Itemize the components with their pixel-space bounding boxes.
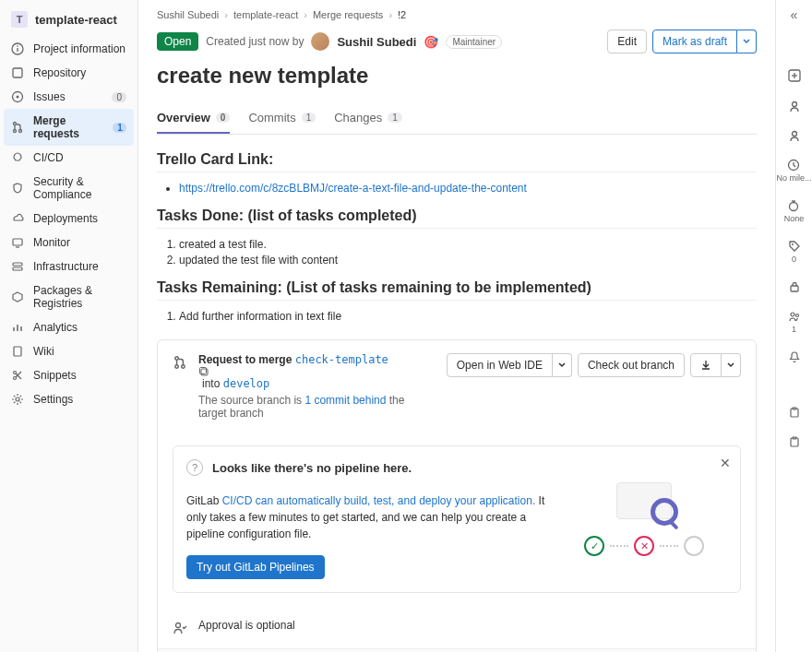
merge-icon	[11, 121, 24, 134]
rail-notifications[interactable]	[788, 350, 801, 363]
download-button[interactable]	[690, 353, 722, 377]
emoji-icon: 🎯	[424, 35, 438, 49]
svg-rect-3	[13, 68, 22, 77]
download-dropdown[interactable]	[722, 353, 741, 377]
mark-draft-button[interactable]: Mark as draft	[652, 30, 737, 53]
status-pending-icon	[684, 536, 704, 556]
checkout-branch-button[interactable]: Check out branch	[578, 353, 685, 377]
user-icon	[788, 129, 801, 142]
rail-reviewer[interactable]	[788, 129, 801, 142]
nav-label: Snippets	[33, 369, 77, 382]
nav-issues[interactable]: Issues 0	[0, 85, 137, 109]
rail-add[interactable]	[787, 68, 802, 83]
status-badge: Open	[157, 32, 198, 51]
source-branch[interactable]: check-template	[295, 353, 388, 366]
monitor-icon	[11, 236, 24, 249]
tab-label: Commits	[248, 111, 295, 124]
target-branch[interactable]: develop	[223, 377, 270, 390]
rail-participants[interactable]: 1	[788, 310, 801, 334]
svg-point-40	[795, 314, 798, 317]
list-item: created a test file.	[179, 238, 757, 251]
status-fail-icon: ✕	[634, 536, 654, 556]
chevron-down-icon	[727, 362, 734, 369]
info-icon	[11, 42, 24, 55]
clock-icon	[787, 159, 800, 172]
nav-packages[interactable]: Packages & Registries	[0, 279, 137, 315]
nav-wiki[interactable]: Wiki	[0, 339, 137, 363]
svg-point-37	[792, 243, 794, 245]
nav-label: Wiki	[33, 345, 54, 358]
open-web-ide-dropdown[interactable]	[553, 353, 572, 377]
nav-repository[interactable]: Repository	[0, 61, 137, 85]
try-pipelines-button[interactable]: Try out GitLab Pipelines	[186, 555, 325, 579]
breadcrumb-id: !2	[398, 9, 406, 20]
trello-link[interactable]: https://trello.com/c/8zcBLBMJ/create-a-t…	[179, 182, 527, 195]
tasks-remaining-list: Add further information in text file	[157, 310, 757, 323]
chevron-right-icon: ›	[304, 9, 307, 20]
copy-icon[interactable]	[198, 366, 436, 377]
collapse-sidebar[interactable]: «	[791, 7, 798, 22]
timer-icon	[787, 199, 800, 212]
request-merge-label: Request to merge	[198, 353, 292, 366]
svg-point-27	[176, 623, 181, 628]
chevron-down-icon	[743, 38, 750, 45]
pipeline-graphic: ✓ ✕	[561, 459, 727, 579]
nav-badge: 0	[112, 92, 126, 102]
breadcrumb-user[interactable]: Sushil Subedi	[157, 9, 219, 20]
close-icon[interactable]: ✕	[720, 456, 731, 470]
breadcrumb-project[interactable]: template-react	[233, 9, 298, 20]
rail-assignee[interactable]	[788, 100, 801, 113]
nav-security[interactable]: Security & Compliance	[0, 170, 137, 207]
tab-changes[interactable]: Changes 1	[334, 103, 402, 134]
nav-infrastructure[interactable]: Infrastructure	[0, 255, 137, 279]
nav-project-information[interactable]: Project information	[0, 37, 137, 61]
svg-rect-9	[13, 239, 22, 245]
rail-copy-2[interactable]	[788, 435, 801, 448]
nav-label: Monitor	[33, 236, 70, 249]
nav-deployments[interactable]: Deployments	[0, 207, 137, 231]
nav-badge: 1	[113, 123, 126, 133]
tasks-done-list: created a test file. updated the test fi…	[157, 238, 757, 267]
avatar[interactable]	[311, 32, 329, 51]
pipeline-cicd-link[interactable]: CI/CD can automatically build, test, and…	[222, 494, 536, 507]
list-item: updated the test file with content	[179, 254, 757, 267]
rail-label: No mile...	[776, 173, 811, 183]
rail-lock[interactable]	[788, 280, 801, 293]
nav-merge-requests[interactable]: Merge requests 1	[4, 109, 134, 146]
nav-snippets[interactable]: Snippets	[0, 363, 137, 387]
user-icon	[788, 100, 801, 113]
nav-analytics[interactable]: Analytics	[0, 315, 137, 339]
pipeline-description: GitLab CI/CD can automatically build, te…	[186, 492, 550, 542]
tab-label: Changes	[334, 111, 382, 124]
mark-draft-dropdown[interactable]	[737, 30, 757, 53]
rail-copy[interactable]	[788, 406, 801, 419]
rail-labels[interactable]: 0	[788, 240, 801, 264]
open-web-ide-button[interactable]: Open in Web IDE	[447, 353, 553, 377]
trello-list: https://trello.com/c/8zcBLBMJ/create-a-t…	[157, 182, 757, 195]
tab-label: Overview	[157, 111, 210, 124]
nav-settings[interactable]: Settings	[0, 387, 137, 411]
view-approvers-row[interactable]: › View eligible approvers	[158, 648, 756, 652]
nav-cicd[interactable]: CI/CD	[0, 146, 137, 170]
nav-label: Project information	[33, 42, 125, 55]
rail-milestone[interactable]: No mile...	[776, 159, 811, 183]
edit-button[interactable]: Edit	[607, 30, 647, 53]
nav-label: CI/CD	[33, 151, 64, 164]
sidebar: T template-react Project information Rep…	[0, 0, 138, 652]
commit-behind-link[interactable]: 1 commit behind	[304, 394, 386, 407]
tab-overview[interactable]: Overview 0	[157, 103, 230, 134]
scissors-icon	[11, 369, 24, 382]
approval-row: Approval is optional	[158, 606, 756, 648]
nav-monitor[interactable]: Monitor	[0, 231, 137, 255]
tab-commits[interactable]: Commits 1	[248, 103, 316, 134]
into-label: into	[202, 377, 220, 390]
project-name: template-react	[35, 13, 117, 27]
rail-time[interactable]: None	[784, 199, 805, 223]
nav-label: Security & Compliance	[33, 175, 126, 201]
author-name[interactable]: Sushil Subedi	[337, 35, 416, 49]
breadcrumb-section[interactable]: Merge requests	[313, 9, 383, 20]
magnifier-icon	[651, 498, 678, 526]
chevron-right-icon: ›	[388, 9, 392, 20]
project-header[interactable]: T template-react	[0, 6, 137, 37]
users-icon	[788, 310, 801, 323]
